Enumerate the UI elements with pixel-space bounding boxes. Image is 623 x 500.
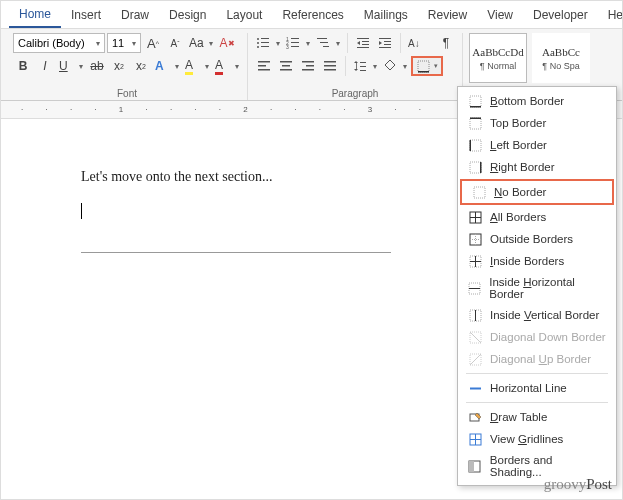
watermark: groovyPost [544,476,612,493]
outside-borders-icon [468,232,482,246]
underline-button[interactable]: U▾ [57,56,85,76]
tab-home[interactable]: Home [9,2,61,28]
tab-review[interactable]: Review [418,3,477,27]
style-normal[interactable]: AaBbCcDd ¶ Normal [469,33,527,83]
ribbon-tabs: Home Insert Draw Design Layout Reference… [1,1,622,29]
svg-rect-1 [261,38,269,39]
superscript-button[interactable]: x2 [131,56,151,76]
numbering-button[interactable]: 123▾ [284,33,312,53]
bold-button[interactable]: B [13,56,33,76]
font-size-select[interactable]: 11▾ [107,33,141,53]
clear-formatting-button[interactable]: A✖ [217,33,237,53]
menu-all-borders[interactable]: All Borders [458,206,616,228]
align-left-button[interactable] [254,56,274,76]
diagonal-up-icon [468,352,482,366]
draw-table-icon [468,410,482,424]
svg-rect-16 [362,41,369,42]
tab-references[interactable]: References [272,3,353,27]
svg-text:3: 3 [286,44,289,50]
style-no-spacing[interactable]: AaBbCc ¶ No Spa [532,33,590,83]
svg-rect-25 [258,69,270,71]
menu-outside-borders[interactable]: Outside Borders [458,228,616,250]
tab-layout[interactable]: Layout [216,3,272,27]
svg-rect-24 [258,65,266,67]
highlight-button[interactable]: A▾ [183,56,211,76]
font-name-select[interactable]: Calibri (Body)▾ [13,33,105,53]
sort-button[interactable]: A↓ [406,33,434,53]
svg-rect-40 [418,71,429,73]
group-paragraph: ▾ 123▾ ▾ A↓ ¶ ▾ ▾ [248,33,463,100]
menu-diagonal-up: Diagonal Up Border [458,348,616,370]
menu-top-border[interactable]: Top Border [458,112,616,134]
menu-inside-horizontal[interactable]: Inside Horizontal Border [458,272,616,304]
svg-rect-32 [324,61,336,63]
svg-point-2 [257,42,259,44]
bottom-border-icon [468,94,482,108]
svg-rect-44 [470,117,481,119]
text-effects-button[interactable]: A▾ [153,56,181,76]
borders-dropdown-menu: Bottom Border Top Border Left Border Rig… [457,86,617,486]
change-case-button[interactable]: Aa▾ [187,33,215,53]
svg-rect-14 [323,46,329,47]
tab-view[interactable]: View [477,3,523,27]
borders-button[interactable]: ▾ [411,56,443,76]
tab-insert[interactable]: Insert [61,3,111,27]
menu-horizontal-line[interactable]: Horizontal Line [458,377,616,399]
show-marks-button[interactable]: ¶ [436,33,456,53]
svg-rect-48 [480,162,482,173]
subscript-button[interactable]: x2 [109,56,129,76]
bullets-button[interactable]: ▾ [254,33,282,53]
align-center-button[interactable] [276,56,296,76]
svg-rect-13 [320,42,328,43]
line-spacing-button[interactable]: ▾ [351,56,379,76]
menu-inside-vertical[interactable]: Inside Vertical Border [458,304,616,326]
tab-mailings[interactable]: Mailings [354,3,418,27]
tab-developer[interactable]: Developer [523,3,598,27]
svg-rect-35 [356,63,357,69]
align-right-button[interactable] [298,56,318,76]
italic-button[interactable]: I [35,56,55,76]
font-group-label: Font [13,87,241,100]
menu-separator [466,402,608,403]
menu-inside-borders[interactable]: Inside Borders [458,250,616,272]
svg-rect-5 [261,46,269,47]
svg-rect-20 [384,41,391,42]
font-color-button[interactable]: A▾ [213,56,241,76]
svg-rect-17 [362,44,369,45]
svg-rect-9 [291,42,299,43]
horizontal-line-icon [468,381,482,395]
tab-help[interactable]: Help [598,3,623,27]
tab-draw[interactable]: Draw [111,3,159,27]
svg-rect-33 [324,65,336,67]
shading-button[interactable]: ▾ [381,56,409,76]
multilevel-button[interactable]: ▾ [314,33,342,53]
no-border-icon [472,185,486,199]
chevron-down-icon: ▾ [132,39,136,48]
svg-line-64 [470,332,481,343]
grow-font-button[interactable]: A^ [143,33,163,53]
font-name-value: Calibri (Body) [18,37,85,49]
increase-indent-button[interactable] [375,33,395,53]
svg-rect-27 [282,65,290,67]
decrease-indent-button[interactable] [353,33,373,53]
strike-button[interactable]: ab [87,56,107,76]
inside-horizontal-icon [468,281,481,295]
menu-separator [466,373,608,374]
svg-rect-23 [258,61,270,63]
shrink-font-button[interactable]: Aˇ [165,33,185,53]
top-border-icon [468,116,482,130]
tab-design[interactable]: Design [159,3,216,27]
menu-view-gridlines[interactable]: View Gridlines [458,428,616,450]
inside-borders-icon [468,254,482,268]
menu-diagonal-down: Diagonal Down Border [458,326,616,348]
svg-rect-15 [357,38,369,39]
all-borders-icon [468,210,482,224]
menu-no-border[interactable]: No Border [460,179,614,205]
justify-button[interactable] [320,56,340,76]
svg-rect-38 [360,70,366,71]
menu-bottom-border[interactable]: Bottom Border [458,90,616,112]
svg-rect-21 [384,44,391,45]
menu-right-border[interactable]: Right Border [458,156,616,178]
menu-draw-table[interactable]: Draw Table [458,406,616,428]
menu-left-border[interactable]: Left Border [458,134,616,156]
